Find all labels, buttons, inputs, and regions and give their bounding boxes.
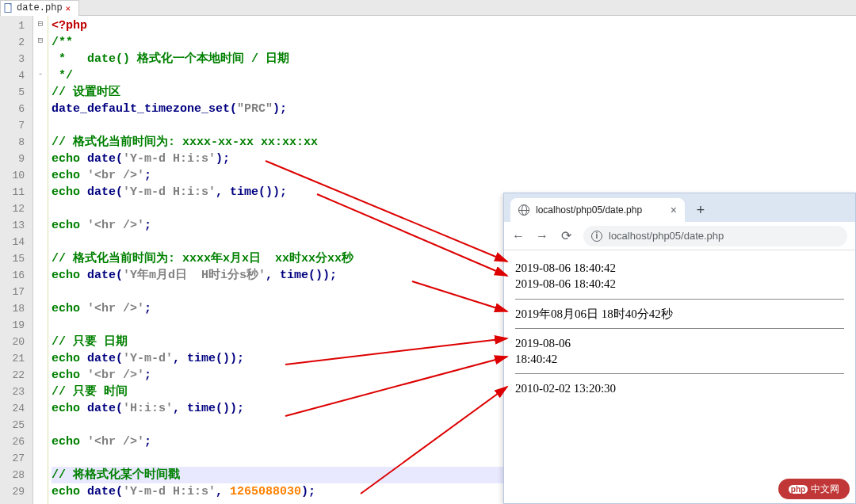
line-number: 22: [5, 367, 25, 384]
close-icon[interactable]: ✕: [66, 3, 71, 13]
line-number: 28: [5, 467, 25, 483]
line-number: 20: [5, 334, 25, 350]
svg-rect-0: [5, 4, 11, 13]
fold-column: ⊟⊟-: [33, 16, 48, 504]
code-line[interactable]: // 设置时区: [52, 84, 853, 101]
output-hr: [515, 373, 844, 374]
output-line: 2019-08-06: [515, 335, 844, 351]
editor-tab-date-php[interactable]: date.php ✕: [0, 0, 79, 16]
line-number: 19: [5, 317, 25, 334]
output-line: 18:40:42: [515, 351, 844, 367]
fold-marker: [33, 166, 48, 182]
browser-tab-title: localhost/php05/date.php: [536, 204, 642, 216]
root: date.php ✕ 12345678910111213141516171819…: [0, 0, 856, 504]
line-number: 21: [5, 350, 25, 367]
line-number-gutter: 1234567891011121314151617181920212223242…: [0, 16, 33, 504]
fold-marker: [33, 265, 48, 282]
output-line: 2019-08-06 18:40:42: [515, 276, 844, 292]
browser-content: 2019-08-06 18:40:42 2019-08-06 18:40:42 …: [504, 250, 855, 407]
fold-marker: [33, 299, 48, 315]
globe-icon: [518, 204, 529, 216]
line-number: 18: [5, 300, 25, 317]
line-number: 3: [5, 51, 25, 67]
line-number: 29: [5, 483, 25, 500]
browser-new-tab-button[interactable]: +: [690, 200, 712, 222]
code-line[interactable]: date_default_timezone_set("PRC");: [52, 101, 853, 117]
line-number: 13: [5, 217, 25, 234]
fold-marker: [33, 116, 48, 132]
line-number: 23: [5, 384, 25, 400]
output-hr: [515, 328, 844, 329]
fold-marker: [33, 99, 48, 116]
fold-marker[interactable]: ⊟: [33, 32, 48, 49]
code-line[interactable]: [52, 117, 853, 134]
address-bar[interactable]: i localhost/php05/date.php: [583, 226, 847, 246]
output-line: 2019年08月06日 18时40分42秒: [515, 306, 844, 322]
fold-marker: [33, 315, 48, 332]
fold-marker: [33, 199, 48, 216]
fold-marker: [33, 216, 48, 232]
address-text: localhost/php05/date.php: [609, 230, 724, 242]
fold-marker: [33, 482, 48, 498]
output-hr: [515, 299, 844, 300]
code-line[interactable]: // 格式化当前时间为: xxxx-xx-xx xx:xx:xx: [52, 134, 853, 151]
fold-marker[interactable]: -: [33, 66, 48, 82]
browser-toolbar: ← → ⟳ i localhost/php05/date.php: [504, 222, 855, 250]
line-number: 4: [5, 67, 25, 84]
fold-marker: [33, 449, 48, 465]
fold-marker: [33, 282, 48, 299]
nav-reload-icon[interactable]: ⟳: [560, 228, 572, 243]
line-number: 6: [5, 101, 25, 117]
line-number: 27: [5, 450, 25, 467]
info-icon: i: [591, 231, 602, 242]
browser-window: localhost/php05/date.php × + ← → ⟳ i loc…: [503, 193, 856, 504]
code-line[interactable]: * date() 格式化一个本地时间 / 日期: [52, 51, 853, 67]
browser-tabstrip: localhost/php05/date.php × +: [504, 193, 855, 222]
line-number: 26: [5, 433, 25, 450]
fold-marker: [33, 349, 48, 365]
line-number: 7: [5, 117, 25, 134]
editor-tab-label: date.php: [17, 2, 63, 13]
output-line: 2019-08-06 18:40:42: [515, 260, 844, 276]
fold-marker: [33, 232, 48, 249]
line-number: 11: [5, 184, 25, 200]
file-icon: [4, 3, 13, 13]
watermark-logo: php: [789, 485, 808, 494]
fold-marker: [33, 149, 48, 166]
line-number: 16: [5, 267, 25, 284]
line-number: 2: [5, 34, 25, 51]
fold-marker: [33, 432, 48, 449]
line-number: 5: [5, 84, 25, 101]
line-number: 15: [5, 250, 25, 267]
line-number: 14: [5, 234, 25, 250]
line-number: 8: [5, 134, 25, 151]
watermark-text: 中文网: [811, 483, 839, 496]
line-number: 17: [5, 284, 25, 300]
browser-tab-close-icon[interactable]: ×: [671, 204, 677, 216]
fold-marker: [33, 49, 48, 66]
fold-marker[interactable]: ⊟: [33, 16, 48, 32]
fold-marker: [33, 415, 48, 432]
nav-back-icon[interactable]: ←: [512, 229, 525, 243]
line-number: 9: [5, 151, 25, 167]
browser-tab[interactable]: localhost/php05/date.php ×: [510, 198, 685, 222]
output-line: 2010-02-02 13:20:30: [515, 380, 844, 396]
line-number: 25: [5, 417, 25, 433]
line-number: 10: [5, 167, 25, 184]
code-line[interactable]: */: [52, 67, 853, 84]
fold-marker: [33, 465, 48, 482]
fold-marker: [33, 382, 48, 399]
watermark: php 中文网: [778, 479, 850, 499]
code-line[interactable]: <?php: [52, 17, 853, 34]
fold-marker: [33, 132, 48, 149]
line-number: 12: [5, 200, 25, 217]
line-number: 24: [5, 400, 25, 417]
line-number: 1: [5, 17, 25, 34]
fold-marker: [33, 399, 48, 415]
fold-marker: [33, 182, 48, 199]
fold-marker: [33, 365, 48, 382]
code-line[interactable]: echo date('Y-m-d H:i:s');: [52, 151, 853, 167]
code-line[interactable]: /**: [52, 34, 853, 51]
nav-forward-icon[interactable]: →: [536, 229, 548, 243]
code-line[interactable]: echo '<br />';: [52, 167, 853, 184]
